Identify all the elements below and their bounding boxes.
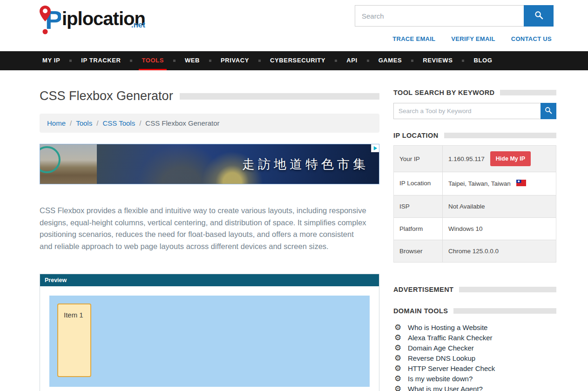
nav-item-api[interactable]: API (344, 51, 360, 70)
nav-separator (209, 60, 211, 62)
search-icon (534, 11, 543, 21)
gear-icon: ⚙ (393, 375, 402, 383)
nav-item-tools[interactable]: TOOLS (139, 51, 167, 70)
breadcrumb-home[interactable]: Home (47, 119, 66, 127)
domain-tool-link-hosting[interactable]: Who is Hosting a Website (408, 324, 487, 331)
list-item: ⚙ Is my website down? (393, 373, 556, 384)
domain-tool-link-website-down[interactable]: Is my website down? (408, 375, 473, 383)
row-label-browser: Browser (394, 240, 443, 262)
row-label-ip-location: IP Location (394, 172, 443, 195)
tool-search (393, 103, 556, 119)
advertisement-heading-label: ADVERTISEMENT (393, 286, 453, 293)
ip-location-heading: IP LOCATION (393, 132, 556, 139)
flexbox-preview-container: Item 1 (49, 296, 370, 387)
platform-value: Windows 10 (448, 225, 483, 232)
search-icon (545, 107, 552, 115)
heading-decoration-bar (500, 90, 556, 95)
row-value-platform: Windows 10 (443, 218, 556, 240)
table-row: Your IP 1.160.95.117 Hide My IP (394, 146, 556, 172)
row-label-isp: ISP (394, 196, 443, 217)
sidebar: TOOL SEARCH BY KEYWORD IP LOCATION Your … (393, 89, 556, 391)
tool-search-input[interactable] (393, 103, 541, 119)
link-contact-us[interactable]: CONTACT US (511, 35, 552, 42)
row-value-ip-location: Taipei, Taiwan, Taiwan (443, 172, 556, 195)
nav-separator (173, 60, 176, 62)
title-decoration-bar (180, 93, 379, 100)
logo-pin-icon: P (40, 5, 61, 37)
breadcrumb-separator: / (70, 119, 72, 127)
breadcrumb-separator: / (139, 119, 141, 127)
isp-value: Not Available (448, 203, 485, 210)
list-item: ⚙ Domain Age Checker (393, 343, 556, 353)
header-search-button[interactable] (524, 5, 554, 27)
site-logo[interactable]: P iplocation .net (40, 5, 145, 37)
preview-panel: Preview Item 1 (40, 274, 379, 391)
tool-search-button[interactable] (541, 103, 556, 119)
main-nav: MY IP IP TRACKER TOOLS WEB PRIVACY CYBER… (0, 51, 588, 70)
ip-location-heading-label: IP LOCATION (393, 132, 439, 139)
advertisement-banner[interactable]: 走訪地道特色市集 (40, 144, 379, 184)
nav-separator (335, 60, 337, 62)
heading-decoration-bar (459, 287, 556, 292)
domain-tool-link-alexa-rank[interactable]: Alexa Traffic Rank Checker (408, 334, 492, 342)
list-item: ⚙ Reverse DNS Lookup (393, 353, 556, 363)
flex-item-1[interactable]: Item 1 (57, 303, 91, 377)
nav-separator (130, 60, 132, 62)
domain-tool-link-domain-age[interactable]: Domain Age Checker (408, 344, 474, 352)
list-item: ⚙ HTTP Server Header Check (393, 363, 556, 373)
nav-separator (367, 60, 369, 62)
gear-icon: ⚙ (393, 354, 402, 362)
row-label-your-ip: Your IP (394, 146, 443, 172)
list-item: ⚙ Alexa Traffic Rank Checker (393, 332, 556, 343)
domain-tools-heading: DOMAIN TOOLS (393, 307, 556, 315)
table-row: Platform Windows 10 (394, 218, 556, 240)
link-verify-email[interactable]: VERIFY EMAIL (451, 35, 495, 42)
domain-tool-link-http-header[interactable]: HTTP Server Header Check (408, 364, 495, 372)
adchoices-icon[interactable] (371, 144, 379, 152)
domain-tools-heading-label: DOMAIN TOOLS (393, 307, 448, 315)
tool-search-heading-label: TOOL SEARCH BY KEYWORD (393, 89, 494, 96)
ad-photo-left (40, 144, 97, 184)
nav-separator (69, 60, 72, 62)
ad-photo-right: 走訪地道特色市集 (97, 144, 379, 184)
gear-icon: ⚙ (393, 344, 402, 352)
hide-my-ip-button[interactable]: Hide My IP (490, 151, 531, 166)
nav-item-cybersecurity[interactable]: CYBERSECURITY (267, 51, 328, 70)
header-search-input[interactable] (355, 5, 524, 27)
ad-headline: 走訪地道特色市集 (242, 156, 369, 173)
breadcrumb-tools[interactable]: Tools (76, 119, 92, 127)
gear-icon: ⚙ (393, 334, 402, 342)
gear-icon: ⚙ (393, 324, 402, 331)
breadcrumb-css-tools[interactable]: CSS Tools (102, 119, 135, 127)
nav-item-games[interactable]: GAMES (376, 51, 405, 70)
domain-tool-link-reverse-dns[interactable]: Reverse DNS Lookup (408, 354, 475, 362)
top-header: P iplocation .net TRACE EMAIL VERIFY EMA… (0, 0, 588, 51)
nav-item-web[interactable]: WEB (182, 51, 203, 70)
domain-tool-link-user-agent[interactable]: What is my User Agent? (408, 385, 483, 391)
gear-icon: ⚙ (393, 364, 402, 372)
nav-separator (258, 60, 261, 62)
nav-item-privacy[interactable]: PRIVACY (218, 51, 252, 70)
nav-separator (462, 60, 464, 62)
breadcrumb-current: CSS Flexbox Generator (145, 119, 219, 127)
nav-item-blog[interactable]: BLOG (471, 51, 495, 70)
gear-icon: ⚙ (393, 385, 402, 391)
ip-address-value: 1.160.95.117 (448, 155, 485, 162)
row-label-platform: Platform (394, 218, 443, 240)
link-trace-email[interactable]: TRACE EMAIL (392, 35, 435, 42)
content: CSS Flexbox Generator Home / Tools / CSS… (40, 89, 556, 391)
header-search (355, 5, 554, 27)
table-row: IP Location Taipei, Taiwan, Taiwan (394, 172, 556, 196)
nav-item-my-ip[interactable]: MY IP (40, 51, 63, 70)
logo-text: iplocation .net (62, 5, 145, 33)
nav-item-reviews[interactable]: REVIEWS (420, 51, 455, 70)
nav-item-ip-tracker[interactable]: IP TRACKER (78, 51, 123, 70)
ip-location-table: Your IP 1.160.95.117 Hide My IP IP Locat… (393, 145, 556, 263)
list-item: ⚙ Who is Hosting a Website (393, 322, 556, 332)
table-row: Browser Chrome 125.0.0.0 (394, 240, 556, 262)
tool-search-heading: TOOL SEARCH BY KEYWORD (393, 89, 556, 96)
advertisement-heading: ADVERTISEMENT (393, 286, 556, 293)
list-item: ⚙ What is my User Agent? (393, 384, 556, 391)
title-row: CSS Flexbox Generator (40, 89, 379, 103)
row-value-your-ip: 1.160.95.117 Hide My IP (443, 146, 556, 172)
